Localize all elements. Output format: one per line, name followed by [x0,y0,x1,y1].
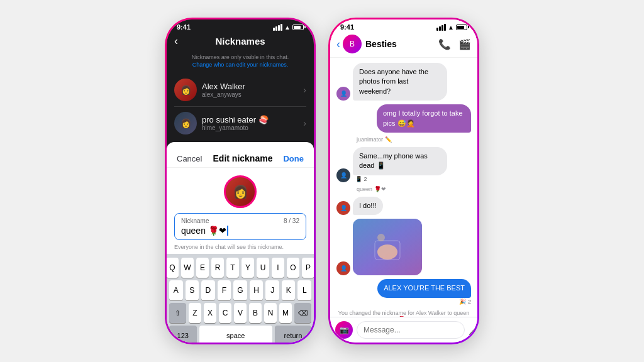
return-key[interactable]: return [275,326,311,343]
keyboard: Q W E R T Y U I O P A S D [167,254,314,343]
message-bubble: omg I totally forgot to take pics 😅🤦 [377,104,471,133]
text-cursor [227,226,228,236]
user-name-2: pro sushi eater 🍣 [202,115,303,124]
bottom-sheet: Cancel Edit nickname Done 👩 Nickname 8 /… [167,142,314,343]
message-row: 👤 Does anyone have the photos from last … [336,63,471,101]
key-i[interactable]: I [272,258,284,278]
key-s[interactable]: S [186,280,199,300]
right-status-bar: 9:41 ▲ [330,19,477,32]
backspace-key[interactable]: ⌫ [294,303,311,323]
battery-icon [456,25,467,30]
key-f[interactable]: F [218,280,231,300]
nickname-list: 👩 Alex Walker alex_anyways › 👩 pro sushi… [167,74,314,142]
user-avatar-1: 👩 [174,79,197,101]
signal-icon [273,24,282,31]
left-phone: 9:41 ▲ ‹ Nicknames [165,18,316,344]
key-a[interactable]: A [169,280,183,300]
message-bubble: I do!!! [353,197,383,215]
nickname-input-label: Nickname 8 / 32 [181,217,299,224]
signal-icon [436,24,446,31]
done-button[interactable]: Done [283,154,304,163]
message-bubble: Does anyone have the photos from last we… [353,63,447,101]
key-j[interactable]: J [265,280,279,300]
space-key[interactable]: space [199,326,272,343]
key-q[interactable]: Q [167,258,179,278]
sheet-header: Cancel Edit nickname Done [167,150,314,168]
key-o[interactable]: O [287,258,299,278]
wifi-icon: ▲ [284,24,291,31]
image-message [353,219,422,275]
camera-button[interactable]: 📷 [335,321,353,339]
key-g[interactable]: G [233,280,247,300]
keyboard-bottom-row: 123 space return [169,326,311,343]
avatar: 👤 [336,87,350,101]
key-y[interactable]: Y [242,258,254,278]
key-e[interactable]: E [196,258,209,278]
key-l[interactable]: L [297,280,311,300]
key-p[interactable]: P [302,258,314,278]
wifi-icon: ▲ [448,24,454,31]
sender-label: juanimator ✏️ [336,136,471,143]
numbers-key[interactable]: 123 [169,326,197,343]
nicknames-header: ‹ Nicknames [167,32,314,52]
sheet-avatar: 👩 [224,175,257,208]
avatar: 👩 [174,79,197,101]
reaction-badge: 📱 2 [353,176,447,182]
nicknames-title: Nicknames [215,36,265,47]
avatar: 👤 [336,201,350,215]
shift-key[interactable]: ⇧ [169,303,186,323]
keyboard-row-3: ⇧ Z X C V B N M ⌫ [169,303,311,323]
key-v[interactable]: V [234,303,247,323]
right-status-icons: ▲ [436,24,467,31]
key-c[interactable]: C [219,303,231,323]
cancel-button[interactable]: Cancel [177,154,202,163]
sender-label: queen 🌹❤ [336,186,471,193]
key-b[interactable]: B [249,303,262,323]
keyboard-row-2: A S D F G H J K L [169,280,311,300]
key-w[interactable]: W [181,258,194,278]
right-time: 9:41 [340,23,354,31]
key-r[interactable]: R [211,258,224,278]
change-who-link[interactable]: Change who can edit your nicknames. [192,62,289,68]
reaction-badge: 🎉 2 [377,299,471,305]
mic-icon[interactable]: 🎤 [469,324,479,336]
key-z[interactable]: Z [189,303,201,323]
list-item[interactable]: 👩 pro sushi eater 🍣 hime_yamamoto › [167,107,314,140]
key-u[interactable]: U [257,258,269,278]
message-row: 👤 I do!!! [336,197,471,215]
list-item[interactable]: 👩 Alex Walker alex_anyways › [167,74,314,106]
keyboard-row-1: Q W E R T Y U I O P [169,258,311,278]
svg-point-0 [377,244,397,260]
image-overlay [353,219,422,275]
key-d[interactable]: D [201,280,215,300]
key-m[interactable]: M [279,303,292,323]
key-h[interactable]: H [250,280,264,300]
system-message: You changed the nickname for Alex Walker… [336,309,471,317]
user-name-1: Alex Walker [202,82,303,91]
char-count: 8 / 32 [284,217,299,224]
chevron-icon: › [303,85,306,95]
message-bubble: Same...my phone was dead 📱 [353,147,447,175]
message-row: 👤 [336,219,471,275]
phone-icon[interactable]: 📞 [438,38,451,50]
chevron-icon: › [303,118,306,128]
user-avatar-2: 👩 [174,112,197,134]
key-t[interactable]: T [226,258,239,278]
group-avatar: B [343,35,362,53]
avatar: 👤 [336,261,350,275]
key-x[interactable]: X [204,303,216,323]
key-n[interactable]: N [264,303,277,323]
sheet-avatar-container: 👩 [167,168,314,213]
avatar: 👩 [174,112,197,134]
video-icon[interactable]: 🎬 [458,38,471,50]
nickname-input-value[interactable]: queen 🌹❤ [181,226,299,236]
message-row: omg I totally forgot to take pics 😅🤦 [336,104,471,133]
message-input[interactable] [357,321,465,339]
back-button[interactable]: ‹ [174,35,178,48]
left-status-icons: ▲ [273,24,304,31]
image-photo-icon [369,228,406,266]
left-status-bar: 9:41 ▲ [167,19,314,32]
key-k[interactable]: K [282,280,296,300]
chat-back-button[interactable]: ‹ [336,38,340,51]
nickname-input-wrapper[interactable]: Nickname 8 / 32 queen 🌹❤ [174,213,306,240]
